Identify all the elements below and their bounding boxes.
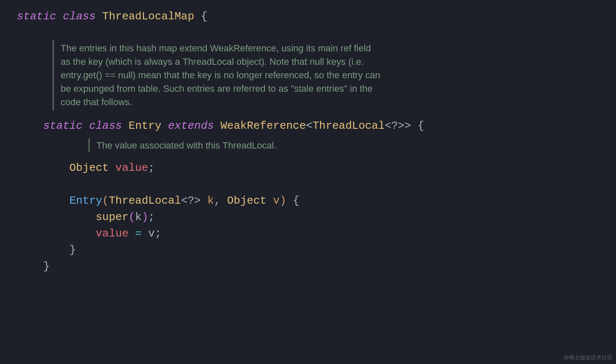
constructor-declaration: Entry(ThreadLocal<?> k, Object v) {	[17, 193, 599, 209]
assignment: value = v;	[17, 226, 599, 242]
javadoc-comment-field: The value associated with this ThreadLoc…	[88, 138, 599, 152]
keyword-class: class	[89, 120, 122, 132]
constructor-name: Entry	[69, 194, 102, 207]
field-declaration: Object value;	[17, 160, 599, 176]
close-brace-entry: }	[17, 258, 599, 275]
lhs: value	[96, 227, 128, 240]
keyword-class: class	[63, 10, 96, 23]
keyword-static: static	[17, 10, 56, 23]
class-name-entry: Entry	[128, 120, 161, 132]
brace: {	[194, 10, 207, 23]
close-brace-ctor: }	[17, 242, 599, 258]
watermark: @稀土掘金技术社区	[563, 353, 613, 362]
type-param: ThreadLocal	[312, 120, 385, 132]
keyword-super: super	[96, 211, 128, 223]
super-call: super(k);	[17, 209, 599, 226]
class-declaration: static class ThreadLocalMap {	[17, 8, 599, 25]
inner-class-declaration: static class Entry extends WeakReference…	[17, 118, 599, 134]
param-k: k	[201, 194, 214, 207]
param-v: v	[267, 194, 280, 207]
blank-line	[17, 176, 599, 193]
class-name: ThreadLocalMap	[102, 10, 194, 23]
parent-class: WeakReference	[221, 120, 306, 132]
keyword-static: static	[43, 120, 83, 132]
field-type: Object	[69, 162, 109, 174]
field-name: value	[115, 162, 148, 174]
javadoc-comment: The entries in this hash map extend Weak…	[53, 40, 381, 110]
keyword-extends: extends	[168, 120, 214, 132]
